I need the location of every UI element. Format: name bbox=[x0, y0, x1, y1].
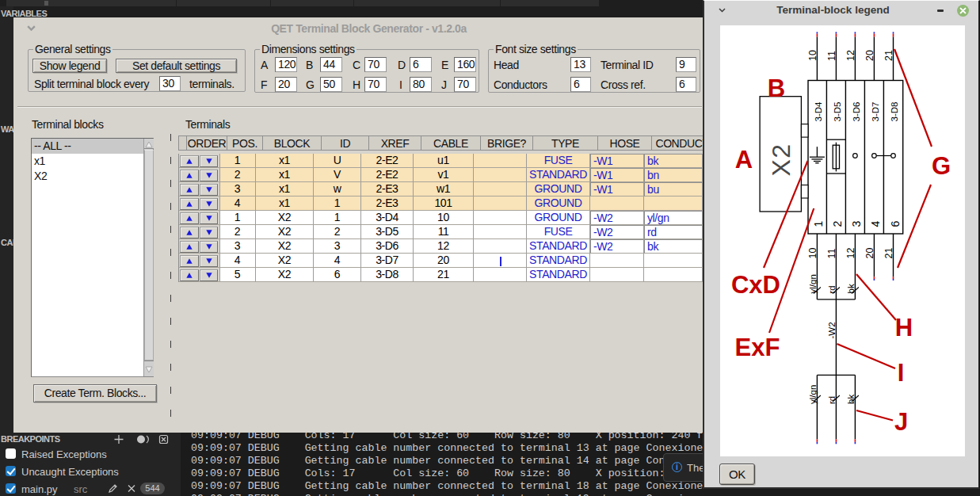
svg-text:21: 21 bbox=[883, 248, 894, 259]
svg-text:H: H bbox=[895, 314, 913, 341]
svg-text:yl/gn: yl/gn bbox=[808, 274, 818, 293]
svg-text:11: 11 bbox=[826, 51, 837, 61]
svg-text:3-D6: 3-D6 bbox=[852, 102, 861, 122]
svg-text:3-D8: 3-D8 bbox=[890, 102, 899, 122]
svg-text:4: 4 bbox=[869, 221, 882, 227]
svg-text:yl/gn: yl/gn bbox=[808, 385, 818, 404]
svg-text:G: G bbox=[932, 152, 951, 180]
svg-text:CxD: CxD bbox=[731, 271, 780, 299]
svg-text:2: 2 bbox=[831, 221, 844, 227]
svg-text:B: B bbox=[768, 74, 785, 102]
svg-text:10: 10 bbox=[807, 50, 818, 61]
svg-text:3: 3 bbox=[850, 221, 863, 227]
svg-text:3-D4: 3-D4 bbox=[814, 101, 823, 122]
svg-text:21: 21 bbox=[883, 50, 894, 61]
svg-text:6: 6 bbox=[889, 221, 902, 227]
svg-text:J: J bbox=[894, 408, 908, 436]
svg-text:ExF: ExF bbox=[735, 334, 780, 361]
svg-text:1: 1 bbox=[812, 221, 825, 227]
svg-text:X2: X2 bbox=[767, 143, 795, 176]
svg-text:-W2: -W2 bbox=[827, 322, 837, 338]
svg-text:bk: bk bbox=[846, 284, 856, 293]
svg-text:20: 20 bbox=[864, 248, 875, 259]
svg-text:3-D5: 3-D5 bbox=[833, 102, 842, 122]
svg-text:I: I bbox=[898, 359, 905, 387]
svg-text:3-D7: 3-D7 bbox=[871, 102, 880, 122]
svg-text:20: 20 bbox=[864, 50, 875, 61]
svg-text:rd: rd bbox=[827, 285, 837, 293]
svg-text:12: 12 bbox=[845, 50, 856, 61]
svg-text:A: A bbox=[735, 146, 753, 174]
